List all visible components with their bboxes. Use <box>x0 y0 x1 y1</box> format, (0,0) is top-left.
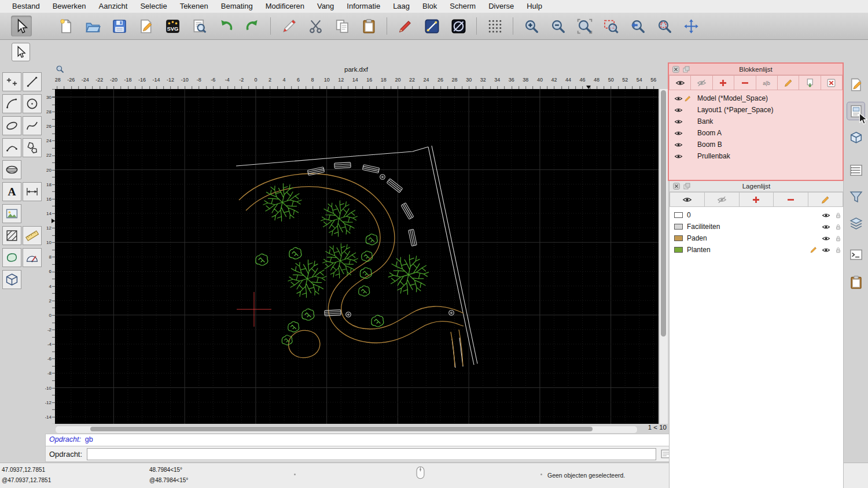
ellipse-slash-button[interactable] <box>448 16 469 36</box>
block-list-item[interactable]: Boom A <box>669 127 843 139</box>
menu-selectie[interactable]: Selectie <box>134 0 173 13</box>
pencil-button[interactable] <box>808 192 843 207</box>
clipboard-panel-button[interactable] <box>847 273 865 291</box>
arc-tool-button[interactable] <box>2 94 21 113</box>
block-list-item[interactable]: Boom B <box>669 139 843 150</box>
hatch-ellipse-tool-button[interactable] <box>2 160 21 179</box>
eye-closed-button[interactable] <box>691 75 712 90</box>
selection-pointer-tool-button[interactable] <box>12 43 30 61</box>
widget-list-panel-button[interactable] <box>847 161 865 179</box>
layer-lock-icon[interactable] <box>834 246 842 254</box>
document-titlebar[interactable]: park.dxf <box>45 64 667 75</box>
shape-tool-button[interactable] <box>2 248 21 267</box>
block-list-panel-button[interactable] <box>847 128 865 147</box>
command-line-panel-button[interactable] <box>847 245 865 264</box>
menu-informatie[interactable]: Informatie <box>340 0 387 13</box>
circle-tool-button[interactable] <box>23 94 42 113</box>
layer-color-swatch[interactable] <box>674 247 683 253</box>
zoom-selection-button[interactable] <box>654 16 675 36</box>
delete-x-button[interactable] <box>821 75 843 90</box>
rename-ab-button[interactable]: a|b <box>756 75 778 90</box>
zoom-in-button[interactable] <box>521 16 542 36</box>
block-list-item[interactable]: Bank <box>669 116 843 127</box>
horizontal-scrollbar-thumb[interactable] <box>90 427 593 431</box>
dimension-tool-button[interactable] <box>23 182 42 201</box>
grid-toggle-button[interactable] <box>484 16 505 36</box>
block-list-item[interactable]: Layout1 (*Paper_Space) <box>669 104 843 116</box>
zoom-window-button[interactable] <box>601 16 621 36</box>
layer-visibility-icon[interactable] <box>822 223 830 231</box>
measure-tool-button[interactable] <box>23 226 42 245</box>
layer-lock-icon[interactable] <box>834 212 842 219</box>
layer-list-panel-button[interactable] <box>847 214 865 232</box>
correction-pen-button[interactable] <box>278 16 299 36</box>
menu-hulp[interactable]: Hulp <box>520 0 549 13</box>
blocks-panel-close-button[interactable] <box>672 66 679 73</box>
spline-tool-button[interactable] <box>23 116 42 135</box>
line-style-box-button[interactable] <box>421 16 442 36</box>
text-tool-button[interactable]: A <box>2 182 21 201</box>
isometric-tool-button[interactable] <box>2 270 21 289</box>
paste-button[interactable] <box>358 16 379 36</box>
block-visibility-icon[interactable] <box>674 105 683 114</box>
zoom-previous-button[interactable] <box>627 16 648 36</box>
selection-pointer-button[interactable] <box>11 16 32 36</box>
copy-button[interactable] <box>332 16 352 36</box>
print-preview-button[interactable] <box>189 16 209 36</box>
menu-blok[interactable]: Blok <box>416 0 443 13</box>
selection-filter-panel-button[interactable] <box>847 187 865 206</box>
layer-visibility-icon[interactable] <box>822 246 830 254</box>
command-input[interactable] <box>87 448 656 460</box>
save-file-button[interactable] <box>109 16 130 36</box>
block-visibility-icon[interactable] <box>674 94 683 103</box>
blocks-panel-detach-button[interactable] <box>683 66 690 73</box>
menu-bemating[interactable]: Bemating <box>215 0 259 13</box>
redo-button[interactable] <box>242 16 263 36</box>
layer-lock-icon[interactable] <box>834 223 842 231</box>
undo-button[interactable] <box>215 16 236 36</box>
layer-list-item[interactable]: 0 <box>670 209 843 221</box>
vertical-scrollbar-thumb[interactable] <box>661 90 666 337</box>
protractor-tool-button[interactable] <box>23 248 42 267</box>
insert-block-button[interactable] <box>799 75 821 90</box>
vertical-scrollbar[interactable] <box>659 89 668 424</box>
layer-lock-icon[interactable] <box>834 235 842 242</box>
pencil-button[interactable] <box>778 75 799 90</box>
new-file-button[interactable] <box>56 16 76 36</box>
freehand-tool-button[interactable] <box>2 138 21 157</box>
layers-panel-detach-button[interactable] <box>683 183 690 190</box>
layers-panel-close-button[interactable] <box>673 183 680 190</box>
eye-open-button[interactable] <box>670 192 705 207</box>
block-visibility-icon[interactable] <box>674 140 683 149</box>
block-list-item[interactable]: Prullenbak <box>669 150 843 162</box>
plus-button[interactable] <box>740 192 774 207</box>
block-list-panel-titlebar[interactable]: Blokkenlijst <box>669 64 843 75</box>
block-visibility-icon[interactable] <box>674 128 683 138</box>
layer-list-panel-titlebar[interactable]: Lagenlijst <box>670 180 843 192</box>
minus-button[interactable] <box>734 75 756 90</box>
horizontal-scrollbar[interactable] <box>55 426 638 434</box>
eye-open-button[interactable] <box>669 75 691 90</box>
layer-visibility-icon[interactable] <box>822 234 830 243</box>
open-file-button[interactable] <box>82 16 103 36</box>
menu-tekenen[interactable]: Tekenen <box>174 0 215 13</box>
menu-bestand[interactable]: Bestand <box>6 0 46 13</box>
property-editor-panel-button[interactable] <box>847 75 865 94</box>
layer-list-item[interactable]: Paden <box>670 232 843 244</box>
ellipse-tool-button[interactable] <box>2 116 21 135</box>
block-list-item[interactable]: Model (*Model_Space) <box>669 93 843 104</box>
block-visibility-icon[interactable] <box>674 117 683 126</box>
zoom-auto-button[interactable] <box>574 16 595 36</box>
eye-closed-button[interactable] <box>705 192 740 207</box>
menu-vang[interactable]: Vang <box>311 0 340 13</box>
zoom-pan-button[interactable] <box>681 16 701 36</box>
drawing-canvas[interactable] <box>55 89 659 424</box>
zoom-out-button[interactable] <box>547 16 568 36</box>
image-tool-button[interactable] <box>2 204 21 223</box>
svg-logo-button[interactable]: SVG <box>162 16 183 36</box>
menu-bewerken[interactable]: Bewerken <box>46 0 93 13</box>
minus-button[interactable] <box>774 192 808 207</box>
point-tool-button[interactable] <box>2 72 21 91</box>
layer-color-swatch[interactable] <box>674 212 683 218</box>
layer-visibility-icon[interactable] <box>822 211 830 220</box>
